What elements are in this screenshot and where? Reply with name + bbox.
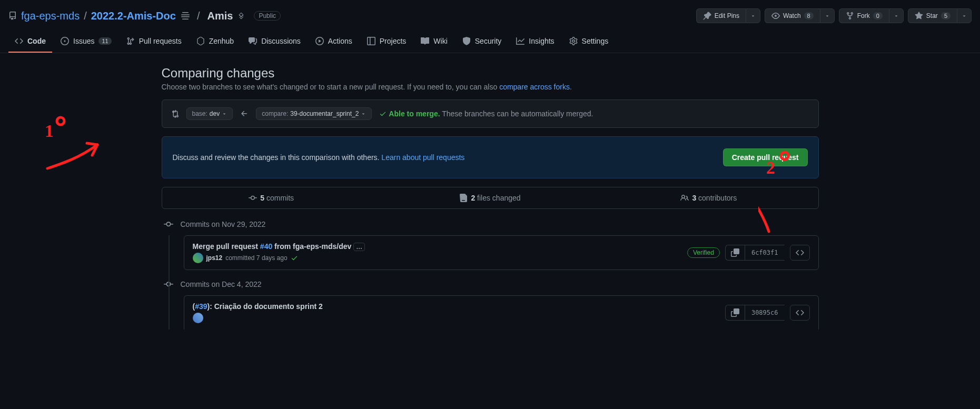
commit-time: committed 7 days ago xyxy=(225,254,287,262)
commit-issue-link[interactable]: #40 xyxy=(260,242,272,251)
triangle-down-icon xyxy=(222,111,227,116)
tab-insights[interactable]: Insights xyxy=(510,33,560,53)
compare-forks-link[interactable]: compare across forks xyxy=(499,83,570,91)
triangle-down-icon xyxy=(750,13,756,18)
triangle-down-icon xyxy=(825,13,830,18)
svg-text:1: 1 xyxy=(45,121,54,141)
triangle-down-icon xyxy=(361,111,366,116)
fork-dropdown[interactable] xyxy=(889,8,904,23)
path-separator: / xyxy=(84,10,87,22)
stat-contributors[interactable]: 3 contributors xyxy=(599,187,818,208)
arrow-left-icon xyxy=(240,109,249,118)
commit-title[interactable]: Merge pull request #40 from fga-eps-mds/… xyxy=(193,242,365,251)
triangle-down-icon xyxy=(894,13,899,18)
verified-badge[interactable]: Verified xyxy=(687,247,720,258)
triangle-down-icon xyxy=(962,13,967,18)
context-separator: / xyxy=(194,10,203,22)
timeline-date-heading: Commits on Dec 4, 2022 xyxy=(164,280,819,289)
compare-branch-selector[interactable]: compare: 39-documentar_sprint_2 xyxy=(256,107,372,120)
stat-commits[interactable]: 5 commits xyxy=(162,187,381,208)
page-title: Comparing changes xyxy=(162,66,819,81)
tab-zenhub[interactable]: Zenhub xyxy=(190,33,240,53)
context-chevron-icon[interactable] xyxy=(237,12,245,20)
file-diff-icon xyxy=(459,194,468,202)
issues-icon xyxy=(61,37,69,45)
code-icon xyxy=(15,37,23,45)
git-compare-icon xyxy=(171,109,179,118)
dropdown-icon[interactable] xyxy=(181,12,190,20)
copy-sha-button[interactable] xyxy=(725,245,745,261)
star-icon xyxy=(915,12,923,20)
discussions-icon xyxy=(249,37,257,45)
browse-repo-button[interactable] xyxy=(790,245,810,261)
base-branch-selector[interactable]: base: dev xyxy=(186,107,233,120)
svg-point-1 xyxy=(57,117,64,125)
repo-name-link[interactable]: 2022.2-Amis-Doc xyxy=(91,10,176,22)
context-name[interactable]: Amis xyxy=(207,10,233,22)
repo-icon xyxy=(8,12,17,20)
tab-settings[interactable]: Settings xyxy=(563,33,615,53)
commit-icon xyxy=(164,220,173,229)
compare-range-box: base: dev compare: 39-documentar_sprint_… xyxy=(162,99,819,128)
check-icon xyxy=(379,110,387,117)
tab-pull-requests[interactable]: Pull requests xyxy=(120,33,188,53)
discuss-text: Discuss and review the changes in this c… xyxy=(173,153,465,162)
star-dropdown[interactable] xyxy=(957,8,972,23)
eye-icon xyxy=(771,12,780,20)
learn-pr-link[interactable]: Learn about pull requests xyxy=(381,153,464,162)
copy-sha-button[interactable] xyxy=(725,305,745,321)
comparison-stats: 5 commits 2 files changed 3 contributors xyxy=(162,187,819,209)
watch-dropdown[interactable] xyxy=(820,8,835,23)
create-pull-request-button[interactable]: Create pull request xyxy=(723,148,808,166)
star-button[interactable]: Star 5 xyxy=(908,8,957,23)
tab-wiki[interactable]: Wiki xyxy=(414,33,453,53)
repo-owner-link[interactable]: fga-eps-mds xyxy=(21,10,80,22)
code-icon xyxy=(796,308,804,317)
avatar[interactable] xyxy=(193,313,203,323)
copy-icon xyxy=(731,308,739,317)
pin-icon xyxy=(703,12,711,20)
zenhub-icon xyxy=(196,37,205,45)
page-subtitle: Choose two branches to see what's change… xyxy=(162,83,819,91)
commit-issue-link[interactable]: #39 xyxy=(195,302,207,311)
pull-request-icon xyxy=(126,37,135,45)
fork-count: 0 xyxy=(873,12,883,19)
commit-row: (#39): Criação do documento sprint 2 308… xyxy=(184,295,819,330)
check-icon xyxy=(291,254,298,262)
tab-projects[interactable]: Projects xyxy=(361,33,413,53)
discuss-box: Discuss and review the changes in this c… xyxy=(162,136,819,178)
tab-discussions[interactable]: Discussions xyxy=(242,33,307,53)
gear-icon xyxy=(569,37,578,45)
projects-icon xyxy=(367,37,375,45)
commit-icon xyxy=(249,194,257,202)
shield-icon xyxy=(462,37,471,45)
stat-files[interactable]: 2 files changed xyxy=(381,187,599,208)
watch-count: 8 xyxy=(804,12,814,19)
tab-issues[interactable]: Issues11 xyxy=(54,33,118,53)
people-icon xyxy=(680,194,689,202)
star-count: 5 xyxy=(941,12,951,19)
tab-actions[interactable]: Actions xyxy=(309,33,359,53)
tab-security[interactable]: Security xyxy=(456,33,508,53)
browse-repo-button[interactable] xyxy=(790,305,810,321)
timeline-date-heading: Commits on Nov 29, 2022 xyxy=(164,220,819,229)
code-icon xyxy=(796,248,804,257)
commit-row: Merge pull request #40 from fga-eps-mds/… xyxy=(184,235,819,270)
merge-status: Able to merge. These branches can be aut… xyxy=(379,109,593,118)
issues-count: 11 xyxy=(98,37,111,45)
edit-pins-button[interactable]: Edit Pins xyxy=(696,8,746,23)
commit-sha-link[interactable]: 6cf03f1 xyxy=(745,245,785,261)
visibility-badge: Public xyxy=(254,11,281,21)
edit-pins-dropdown[interactable] xyxy=(746,8,760,23)
commit-title[interactable]: (#39): Criação do documento sprint 2 xyxy=(193,302,323,311)
fork-button[interactable]: Fork 0 xyxy=(839,8,889,23)
watch-button[interactable]: Watch 8 xyxy=(765,8,820,23)
fork-icon xyxy=(846,12,854,20)
tab-code[interactable]: Code xyxy=(8,33,52,53)
avatar[interactable] xyxy=(193,253,203,263)
commit-author[interactable]: jps12 xyxy=(206,254,223,262)
wiki-icon xyxy=(421,37,429,45)
annotation-1: 1 xyxy=(37,111,121,179)
expand-commit-message-button[interactable]: … xyxy=(353,243,365,251)
commit-sha-link[interactable]: 30895c6 xyxy=(745,305,785,321)
